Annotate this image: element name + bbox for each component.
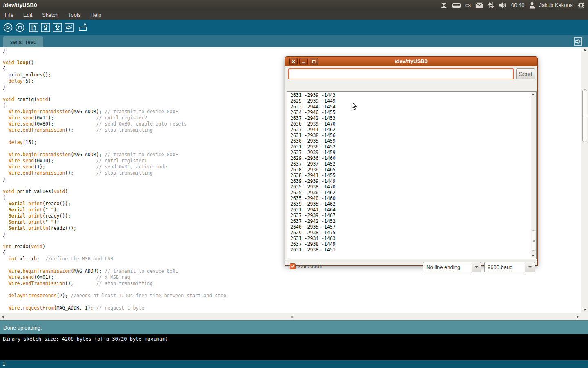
mouse-cursor xyxy=(351,102,357,112)
active-window-title: /dev/ttyUSB0 xyxy=(0,2,37,8)
verify-button[interactable] xyxy=(3,22,13,32)
stop-button[interactable] xyxy=(15,22,24,32)
baud-rate-select[interactable]: 9600 baud xyxy=(484,262,525,272)
desktop: /dev/ttyUSB0 cs 00:40 Jakub Kakona xyxy=(0,0,588,368)
chevron-down-icon xyxy=(475,266,478,268)
tab-menu-button[interactable] xyxy=(573,37,582,46)
upload-button[interactable] xyxy=(64,22,74,32)
editor-vscroll-thumb[interactable] xyxy=(582,89,587,142)
hscroll-grip[interactable] xyxy=(291,316,293,318)
editor-vscrollbar[interactable] xyxy=(581,47,588,313)
serial-vscroll-thumb[interactable] xyxy=(532,230,535,251)
serial-window-titlebar[interactable]: /dev/ttyUSB0 xyxy=(285,56,538,66)
scroll-right-icon[interactable] xyxy=(577,315,579,319)
build-console: Binary sketch size: 4208 bytes (of a 307… xyxy=(0,334,588,360)
autoscroll-checkbox[interactable] xyxy=(290,263,296,269)
send-button[interactable]: Send xyxy=(516,68,535,79)
status-message: Done uploading. xyxy=(3,325,42,331)
line-number-strip: 1 xyxy=(0,360,588,368)
baud-rate-value: 9600 baud xyxy=(488,264,512,270)
network-sync-icon[interactable] xyxy=(488,2,494,9)
scroll-down-icon[interactable] xyxy=(583,309,586,311)
menu-edit[interactable]: Edit xyxy=(18,11,37,19)
line-ending-value: No line ending xyxy=(426,264,460,270)
serial-vscrollbar[interactable] xyxy=(531,92,536,258)
menu-tools[interactable]: Tools xyxy=(63,11,85,19)
menu-sketch[interactable]: Sketch xyxy=(37,11,63,19)
serial-monitor-button[interactable] xyxy=(78,22,88,32)
ide-toolbar xyxy=(0,20,588,35)
autoscroll-label[interactable]: Autoscroll xyxy=(298,263,322,269)
user-name-label[interactable]: Jakub Kakona xyxy=(539,2,573,8)
chevron-down-icon xyxy=(528,266,532,268)
scroll-grip xyxy=(584,115,586,117)
serial-scroll-up-icon[interactable] xyxy=(532,94,535,95)
new-sketch-button[interactable] xyxy=(29,22,38,32)
tab-bar: serial_read xyxy=(0,35,588,47)
serial-scroll-down-icon[interactable] xyxy=(532,255,535,256)
keyboard-layout-label[interactable]: cs xyxy=(466,2,471,8)
scroll-grip xyxy=(533,240,535,242)
serial-window-body: Send 2631 -2939 -14432629 -2939 -1449263… xyxy=(285,66,538,266)
serial-monitor-window: /dev/ttyUSB0 Send 2631 -2939 -14432629 -… xyxy=(285,56,538,266)
system-tray: cs 00:40 Jakub Kakona xyxy=(440,0,588,10)
mail-icon[interactable] xyxy=(475,2,483,8)
save-button[interactable] xyxy=(52,22,62,32)
editor-hscrollbar[interactable] xyxy=(0,313,588,320)
top-panel: /dev/ttyUSB0 cs 00:40 Jakub Kakona xyxy=(0,0,588,10)
serial-output[interactable]: 2631 -2939 -14432629 -2939 -14492633 -29… xyxy=(287,91,537,259)
console-text: Binary sketch size: 4208 bytes (of a 307… xyxy=(3,336,168,342)
user-icon xyxy=(529,2,535,9)
tab-serial-read[interactable]: serial_read xyxy=(3,36,43,47)
open-button[interactable] xyxy=(40,22,50,32)
serial-window-title: /dev/ttyUSB0 xyxy=(285,58,537,64)
serial-bottom-bar: Autoscroll No line ending 9600 baud xyxy=(285,262,537,274)
volume-icon[interactable] xyxy=(499,2,507,9)
serial-input[interactable] xyxy=(288,68,514,79)
menu-bar: File Edit Sketch Tools Help xyxy=(0,10,588,20)
baud-rate-dropdown-button[interactable] xyxy=(525,262,535,272)
tab-label: serial_read xyxy=(10,39,36,45)
line-ending-select[interactable]: No line ending xyxy=(423,262,472,272)
status-bar: Done uploading. xyxy=(0,320,588,334)
menu-help[interactable]: Help xyxy=(85,11,106,19)
line-ending-dropdown-button[interactable] xyxy=(472,262,481,272)
session-gear-icon[interactable] xyxy=(577,2,585,9)
menu-file[interactable]: File xyxy=(0,11,18,19)
clock-label[interactable]: 00:40 xyxy=(511,2,525,8)
current-line-number: 1 xyxy=(2,361,5,367)
scroll-left-icon[interactable] xyxy=(2,315,4,319)
notification-indicator-icon[interactable] xyxy=(440,2,448,9)
scroll-up-icon[interactable] xyxy=(583,49,586,51)
keyboard-layout-icon[interactable] xyxy=(452,2,461,9)
